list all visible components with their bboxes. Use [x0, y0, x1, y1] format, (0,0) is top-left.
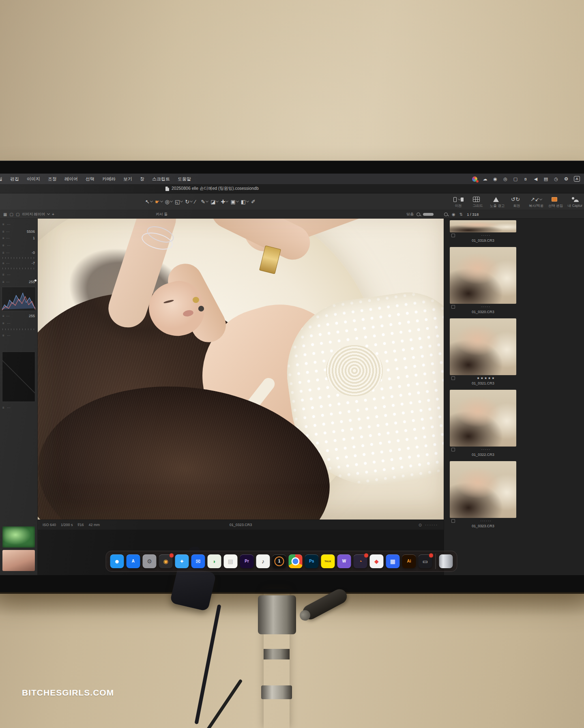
menu-item[interactable]: 카메라 [102, 176, 116, 182]
music-keys-app-icon[interactable]: ♪ [256, 554, 270, 568]
crop-tool-icon[interactable]: ◱ [175, 199, 182, 204]
palette-app-icon[interactable] [472, 176, 477, 182]
menu-item[interactable]: 조정 [48, 176, 57, 182]
layers-dropdown[interactable]: 이미지 레이어 [22, 212, 45, 217]
thumbnail-item[interactable]: ····· 01_0320.CR3 [448, 247, 518, 315]
target-app-icon[interactable]: ◎ [503, 176, 508, 182]
adjustment-row[interactable]: ≡ ⋯ [0, 331, 37, 339]
sort-icon[interactable]: ⇅ [459, 212, 463, 217]
select-checkbox[interactable] [451, 305, 455, 309]
rotate-tool-icon[interactable]: ↻ [185, 199, 192, 204]
main-photo[interactable] [38, 219, 444, 520]
thumbnail-image[interactable] [450, 318, 516, 375]
thumbnail-image[interactable] [450, 461, 516, 518]
viewer-rating[interactable]: ⊙······ [419, 523, 438, 527]
edit-selected-button[interactable]: 선택 편집 [548, 195, 564, 208]
adjustment-row[interactable]: ≡ ⋯ 5506 [0, 228, 37, 235]
gradient-mask-tool-icon[interactable]: ◧ [241, 199, 249, 204]
illustrator-icon[interactable]: Ai [402, 554, 416, 568]
clock-icon[interactable]: ◷ [554, 176, 558, 182]
premiere-pro-icon[interactable]: Pr [240, 554, 253, 568]
input-source-icon[interactable]: A [574, 176, 580, 182]
erase-mask-tool-icon[interactable]: ◪ [210, 199, 218, 204]
thumbnail-item[interactable]: ····· 01_0322.CR3 [448, 390, 518, 458]
draw-mask-tool-icon[interactable]: ✎ [201, 199, 208, 204]
safari-icon[interactable]: ✦ [175, 554, 189, 568]
rating-stars[interactable]: ······ [457, 519, 515, 523]
photoshop-icon[interactable]: Ps [305, 554, 318, 568]
adjustment-row[interactable]: ≡ ⋯ [0, 285, 37, 313]
select-checkbox[interactable] [451, 234, 455, 237]
adjustment-row[interactable]: ≡ ⋯ [0, 271, 37, 279]
app-store-icon[interactable]: A [126, 554, 140, 568]
select-tool-icon[interactable]: ↖ [145, 199, 152, 204]
notes-icon[interactable]: ▤ [223, 554, 237, 568]
path-tool-icon[interactable]: ✐ [251, 199, 258, 204]
fit-dropdown[interactable]: 맞춤 [406, 212, 414, 217]
chrome-icon[interactable] [288, 554, 302, 568]
camera-lens-app-icon[interactable]: ◉ [159, 554, 172, 568]
menu-item[interactable]: 편집 [10, 176, 19, 182]
loupe-tool-icon[interactable]: ◎ [165, 199, 172, 204]
adjustment-row[interactable]: ≡ ⋯ [0, 327, 37, 331]
display-icon[interactable]: ▢ [513, 176, 518, 182]
zoom-out-icon[interactable] [417, 213, 420, 216]
kakaotalk-icon[interactable]: TALK [321, 554, 335, 568]
thumbnail-item[interactable]: ····· 01_0319.CR3 [448, 220, 518, 244]
capture-one-icon[interactable]: 1 [272, 554, 286, 568]
trash-icon[interactable] [439, 554, 453, 568]
blue-app-icon[interactable]: ▦ [386, 554, 399, 568]
adjustment-row[interactable]: ≡ ⋯ [0, 404, 37, 412]
display-app-icon[interactable]: ▭ [418, 554, 432, 568]
mail-icon[interactable]: ✉ [191, 554, 205, 568]
menu-item[interactable]: 레이어 [64, 176, 78, 182]
adjustment-row[interactable]: ≡ ⋯ 255 [0, 279, 37, 285]
menu-item[interactable]: 파일 [0, 176, 2, 182]
curve-panel[interactable] [2, 352, 35, 402]
menu-item[interactable]: 이미지 [27, 176, 40, 182]
adjustment-row[interactable]: ≡ ⋯ -0 [0, 249, 37, 256]
clone-tool-icon[interactable]: ▣ [230, 199, 238, 204]
rating-stars[interactable]: ····· [457, 448, 515, 451]
adjustment-row[interactable]: ≡ ⋯ [0, 339, 37, 350]
adjustment-row[interactable]: ≡ ⋯ [0, 350, 37, 404]
adjustment-row[interactable]: ≡ ⋯ [0, 256, 37, 260]
menu-item[interactable]: 선택 [86, 176, 94, 182]
grid-button[interactable]: 그리드 [470, 195, 486, 208]
stack-icon[interactable]: ▤ [543, 176, 548, 182]
layers-bar[interactable]: ▦ ▢ ▢ 이미지 레이어 + [3, 212, 54, 217]
heal-tool-icon[interactable]: ✚ [221, 199, 228, 204]
straighten-tool-icon[interactable]: ∕ [195, 199, 198, 204]
adjustment-row[interactable]: ≡ ⋯ [0, 220, 37, 228]
adjustment-row[interactable]: ≡ ⋯ 255 [0, 313, 37, 319]
thumbnail-image[interactable] [450, 247, 516, 304]
add-layer-button[interactable]: + [52, 212, 54, 217]
thumbnail-image[interactable] [450, 220, 516, 232]
menu-item[interactable]: 보기 [123, 176, 132, 182]
capture-panel-button[interactable]: 내 Captur [567, 195, 583, 208]
swirl-app-icon[interactable]: ◉ [493, 176, 498, 182]
volume-icon[interactable]: ◀ [533, 176, 538, 182]
catalog-thumb-sparkle[interactable] [2, 526, 35, 548]
pan-hand-tool-icon[interactable]: ☛ [155, 199, 163, 204]
rating-stars[interactable]: ····· [457, 234, 515, 237]
rotate-buttons[interactable]: ↺↻ 회전 [509, 195, 525, 208]
adjustment-row[interactable]: ≡ ⋯ 1 [0, 235, 37, 241]
menu-item[interactable]: 도움말 [178, 176, 191, 182]
select-checkbox[interactable] [451, 376, 455, 380]
bluetooth-icon[interactable]: ʙ [523, 176, 528, 182]
search-icon[interactable] [444, 213, 448, 216]
adjustment-row[interactable]: ≡ ⋯ [0, 319, 37, 327]
slider-ticks[interactable] [2, 268, 35, 269]
w-app-icon[interactable]: W [337, 554, 351, 568]
adjustment-row[interactable]: ≡ ⋯ -7 [0, 260, 37, 266]
red-white-app-icon[interactable]: ◆ [369, 554, 383, 568]
system-settings-icon[interactable]: ⚙ [142, 554, 156, 568]
before-after-button[interactable]: 이전 [450, 195, 466, 208]
select-checkbox[interactable] [451, 519, 455, 523]
slider-ticks[interactable] [2, 329, 35, 330]
thumbnail-image[interactable] [450, 390, 516, 447]
maps-icon[interactable]: ◗ [207, 554, 221, 568]
menu-item[interactable]: 창 [140, 176, 144, 182]
rating-stars[interactable]: ····· [457, 305, 515, 309]
